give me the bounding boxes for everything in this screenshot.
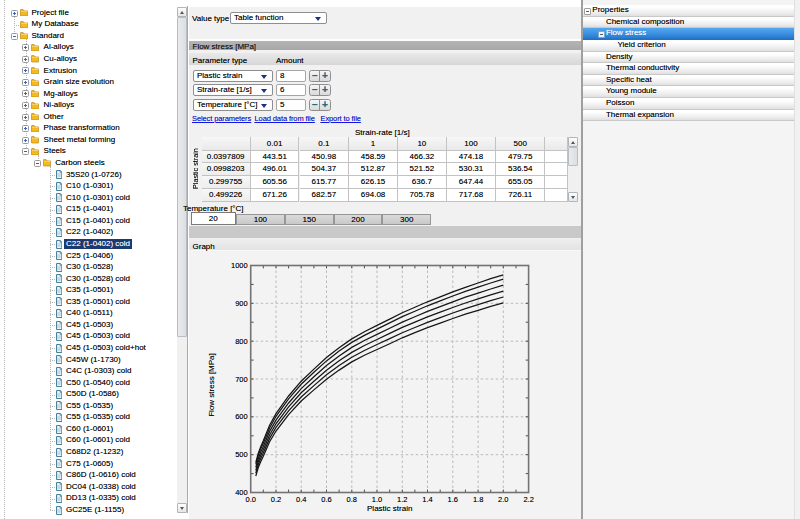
svg-text:0.2: 0.2	[271, 495, 281, 504]
svg-text:1.0: 1.0	[372, 495, 382, 504]
svg-text:Flow stress [MPa]: Flow stress [MPa]	[207, 353, 216, 417]
svg-text:2.0: 2.0	[498, 495, 508, 504]
svg-text:700: 700	[235, 375, 248, 384]
svg-text:500: 500	[235, 450, 248, 459]
svg-text:0.0: 0.0	[245, 495, 255, 504]
svg-text:0.6: 0.6	[321, 495, 331, 504]
svg-text:1.6: 1.6	[448, 495, 458, 504]
svg-text:1.2: 1.2	[397, 495, 407, 504]
svg-text:0.4: 0.4	[296, 495, 306, 504]
svg-text:900: 900	[235, 299, 248, 308]
svg-text:1.4: 1.4	[422, 495, 432, 504]
svg-text:800: 800	[235, 337, 248, 346]
svg-text:0.8: 0.8	[347, 495, 357, 504]
svg-text:1000: 1000	[231, 261, 248, 270]
svg-text:Plastic strain: Plastic strain	[367, 504, 412, 513]
svg-text:2.2: 2.2	[523, 495, 533, 504]
svg-text:1.8: 1.8	[473, 495, 483, 504]
svg-text:600: 600	[235, 412, 248, 421]
